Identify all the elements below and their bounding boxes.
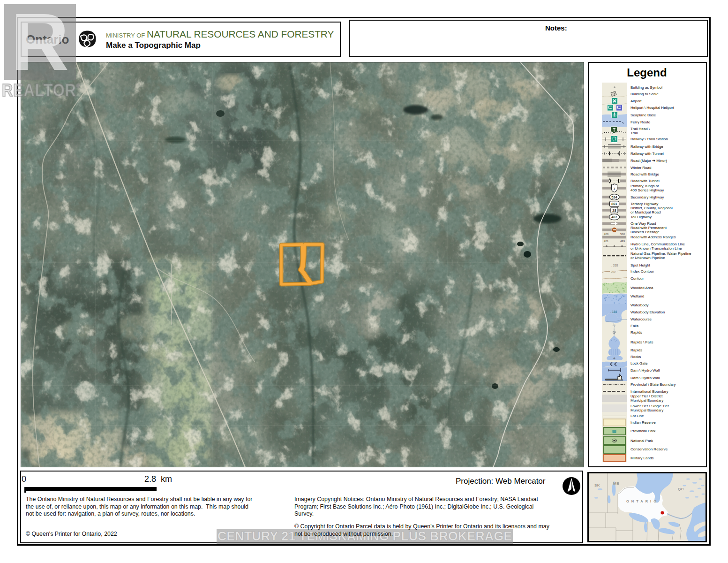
svg-text:421: 421 (604, 240, 609, 243)
svg-text:407: 407 (611, 215, 617, 219)
svg-text:499: 499 (620, 240, 625, 243)
svg-text:R: R (11, 4, 69, 80)
svg-text:MB: MB (613, 481, 619, 486)
svg-text:. 184: . 184 (610, 310, 617, 313)
svg-text:7: 7 (613, 187, 615, 191)
svg-text:500: 500 (620, 233, 625, 236)
svg-text:801: 801 (611, 202, 617, 206)
svg-text:420: 420 (604, 233, 609, 236)
svg-text:524: 524 (611, 195, 617, 199)
svg-text:28: 28 (612, 208, 616, 213)
svg-text:ONTARIO: ONTARIO (626, 499, 659, 503)
svg-text:QC: QC (678, 487, 684, 491)
svg-text:SK: SK (594, 483, 600, 487)
svg-text:. 338: . 338 (611, 264, 618, 267)
svg-text:200: 200 (611, 270, 616, 273)
